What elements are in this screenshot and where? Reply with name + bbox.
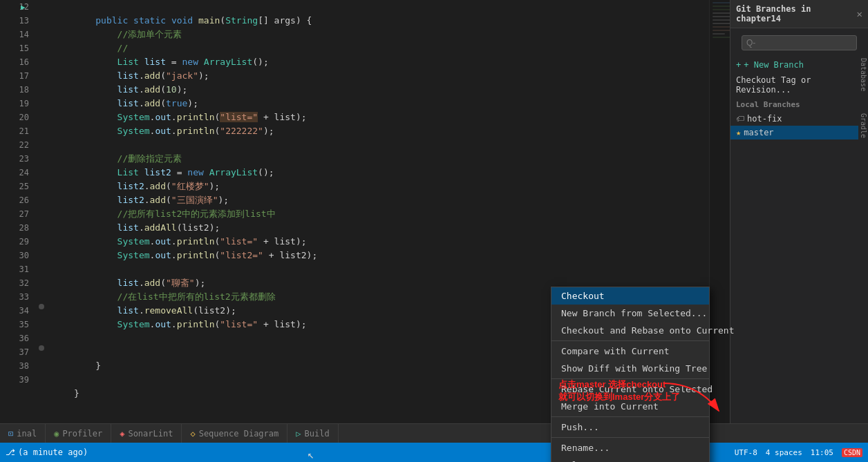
- menu-item-push[interactable]: Push...: [551, 418, 709, 436]
- terminal-icon: ⊡: [8, 429, 13, 439]
- star-icon: ★: [736, 128, 741, 137]
- tab-terminal[interactable]: ⊡ inal: [0, 424, 46, 443]
- git-local-branches-label: Local Branches: [730, 97, 868, 112]
- menu-item-checkout-rebase[interactable]: Checkout and Rebase onto Current: [551, 322, 709, 339]
- menu-item-compare[interactable]: Compare with Current: [551, 343, 709, 360]
- menu-separator: [551, 437, 709, 438]
- build-icon: ▷: [296, 429, 301, 439]
- git-status: ⎇ (a minute ago): [6, 447, 88, 457]
- menu-item-rebase[interactable]: Rebase Current onto Selected: [551, 381, 709, 398]
- bottom-tabs: ⊡ inal ◉ Profiler ◈ SonarLint ◇ Sequence…: [0, 423, 868, 443]
- git-branch-master[interactable]: ★ master: [730, 126, 868, 139]
- sidebar-database-label[interactable]: Database: [858, 55, 868, 94]
- menu-item-merge[interactable]: Merge into Current: [551, 398, 709, 415]
- git-new-branch-button[interactable]: + + New Branch: [730, 57, 868, 73]
- tab-sequence-diagram[interactable]: ◇ Sequence Diagram: [182, 424, 287, 443]
- menu-separator: [551, 378, 709, 379]
- git-search-container: [730, 28, 868, 57]
- tab-profiler[interactable]: ◉ Profiler: [46, 424, 111, 443]
- branch-tag-icon: 🏷: [736, 114, 744, 124]
- status-spaces: 4 spaces: [766, 448, 802, 457]
- status-bar: ⎇ (a minute ago) UTF-8 4 spaces 11:05 CS…: [0, 443, 868, 462]
- git-panel-close-button[interactable]: ✕: [857, 8, 862, 19]
- profiler-icon: ◉: [54, 429, 59, 439]
- branch-name-master: master: [744, 128, 773, 137]
- status-right: UTF-8 4 spaces 11:05 CSDN: [735, 448, 862, 457]
- status-time: 11:05: [811, 448, 833, 457]
- code-line: list.add("聊斋");: [35, 262, 781, 276]
- git-panel-header: Git Branches in chapter14 ✕: [730, 0, 868, 28]
- sequence-icon: ◇: [190, 429, 195, 439]
- menu-item-checkout[interactable]: Checkout: [551, 287, 709, 305]
- menu-item-rename[interactable]: Rename...: [551, 439, 709, 456]
- code-line: //删除指定元素: [35, 138, 781, 152]
- csdn-logo: CSDN: [842, 448, 862, 457]
- git-branch-hotfix[interactable]: 🏷 hot-fix: [730, 112, 868, 126]
- code-line: public static void main(String[] args) {: [35, 0, 781, 14]
- sidebar-gradle-label[interactable]: Gradle: [858, 110, 868, 141]
- branch-name-hotfix: hot-fix: [747, 114, 782, 124]
- status-encoding: UTF-8: [735, 448, 757, 457]
- git-checkout-tag-button[interactable]: Checkout Tag or Revision...: [730, 73, 868, 97]
- git-branch-icon: ⎇: [6, 447, 15, 457]
- git-panel-title: Git Branches in chapter14: [736, 4, 857, 23]
- context-menu: Checkout New Branch from Selected... Che…: [551, 287, 710, 462]
- menu-item-new-branch[interactable]: New Branch from Selected...: [551, 305, 709, 322]
- tab-sonarlint[interactable]: ◈ SonarLint: [111, 424, 182, 443]
- git-search-input[interactable]: [742, 35, 857, 50]
- menu-separator: [551, 416, 709, 417]
- menu-item-show-diff[interactable]: Show Diff with Working Tree: [551, 360, 709, 377]
- git-panel: Git Branches in chapter14 ✕ + + New Bran…: [730, 0, 868, 462]
- status-last-commit: (a minute ago): [18, 447, 88, 457]
- plus-icon: +: [736, 60, 741, 70]
- menu-item-delete[interactable]: Delete: [551, 456, 709, 462]
- sidebar-labels: [8, 0, 21, 207]
- tab-build[interactable]: ▷ Build: [287, 424, 338, 443]
- code-line: List list = new ArrayList();: [35, 41, 781, 55]
- sonarlint-icon: ◈: [120, 429, 124, 439]
- menu-separator: [551, 340, 709, 341]
